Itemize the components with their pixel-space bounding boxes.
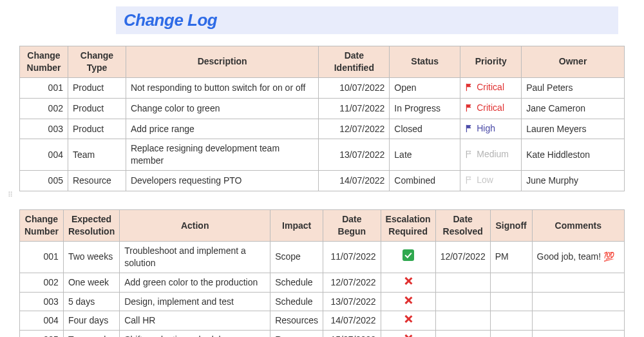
table-row[interactable]: 001Two weeksTroubleshoot and implement a… bbox=[20, 241, 625, 273]
table-row[interactable]: 0035 daysDesign, implement and testSched… bbox=[20, 292, 625, 311]
cell-number[interactable]: 005 bbox=[20, 331, 64, 337]
cell-type[interactable]: Resource bbox=[68, 171, 126, 191]
cell-impact[interactable]: Schedule bbox=[270, 292, 323, 311]
table-row[interactable]: 001ProductNot responding to button switc… bbox=[20, 77, 625, 98]
cell-escalation[interactable] bbox=[381, 311, 435, 331]
cell-type[interactable]: Product bbox=[68, 77, 126, 98]
cell-expected[interactable]: 5 days bbox=[63, 292, 119, 311]
cell-owner[interactable]: Kate Hiddleston bbox=[522, 139, 625, 171]
cell-desc[interactable]: Developers requesting PTO bbox=[126, 171, 318, 191]
th2-signoff: Signoff bbox=[490, 210, 532, 242]
cell-comments[interactable] bbox=[532, 331, 624, 337]
cell-action[interactable]: Shift production schedule bbox=[120, 331, 270, 337]
cell-date[interactable]: 11/07/2022 bbox=[319, 98, 390, 119]
cell-date[interactable]: 13/07/2022 bbox=[319, 139, 390, 171]
table-row[interactable]: 005ResourceDevelopers requesting PTO14/0… bbox=[20, 171, 625, 191]
cell-action[interactable]: Troubleshoot and implement a solution bbox=[120, 241, 270, 273]
cell-number[interactable]: 003 bbox=[20, 292, 64, 311]
cell-impact[interactable]: Schedule bbox=[270, 273, 323, 292]
cell-status[interactable]: Open bbox=[390, 77, 460, 98]
cell-priority[interactable]: Critical bbox=[460, 98, 522, 119]
cell-signoff[interactable]: PM bbox=[490, 241, 532, 273]
cell-status[interactable]: In Progress bbox=[390, 98, 460, 119]
cell-number[interactable]: 004 bbox=[20, 311, 64, 331]
cell-desc[interactable]: Change color to green bbox=[126, 98, 318, 119]
cell-escalation[interactable] bbox=[381, 331, 435, 337]
cell-begun[interactable]: 14/07/2022 bbox=[323, 311, 381, 331]
cell-impact[interactable]: Resources bbox=[270, 311, 323, 331]
cell-number[interactable]: 002 bbox=[20, 273, 64, 292]
cell-desc[interactable]: Add price range bbox=[126, 119, 318, 139]
cell-date[interactable]: 14/07/2022 bbox=[319, 171, 390, 191]
x-icon bbox=[404, 314, 413, 323]
cell-resolved[interactable] bbox=[435, 311, 490, 331]
cell-expected[interactable]: Four days bbox=[63, 311, 119, 331]
cell-expected[interactable]: Two weeks bbox=[63, 241, 119, 273]
cell-comments[interactable] bbox=[532, 311, 624, 331]
cell-begun[interactable]: 11/07/2022 bbox=[323, 241, 381, 273]
cell-desc[interactable]: Replace resigning development team membe… bbox=[126, 139, 318, 171]
cell-owner[interactable]: Paul Peters bbox=[522, 77, 625, 98]
th2-impact: Impact bbox=[270, 210, 323, 242]
cell-signoff[interactable] bbox=[490, 273, 532, 292]
cell-escalation[interactable] bbox=[381, 241, 435, 273]
cell-begun[interactable]: 15/07/2022 bbox=[323, 331, 381, 337]
cell-signoff[interactable] bbox=[490, 331, 532, 337]
th-status: Status bbox=[390, 46, 460, 78]
cell-priority[interactable]: Critical bbox=[460, 77, 522, 98]
flag-icon bbox=[465, 149, 474, 162]
cell-action[interactable]: Add green color to the production bbox=[120, 273, 270, 292]
cell-action[interactable]: Call HR bbox=[120, 311, 270, 331]
cell-impact[interactable]: Scope bbox=[270, 241, 323, 273]
cell-number[interactable]: 005 bbox=[20, 171, 68, 191]
cell-type[interactable]: Product bbox=[68, 98, 126, 119]
cell-expected[interactable]: One week bbox=[63, 273, 119, 292]
cell-signoff[interactable] bbox=[490, 292, 532, 311]
cell-resolved[interactable] bbox=[435, 292, 490, 311]
cell-signoff[interactable] bbox=[490, 311, 532, 331]
cell-comments[interactable] bbox=[532, 292, 624, 311]
cell-owner[interactable]: Lauren Meyers bbox=[522, 119, 625, 139]
drag-handle-icon[interactable]: ⠿ bbox=[8, 191, 14, 199]
cell-status[interactable]: Combined bbox=[390, 171, 460, 191]
cell-resolved[interactable]: 12/07/2022 bbox=[435, 241, 490, 273]
cell-number[interactable]: 001 bbox=[20, 77, 68, 98]
cell-status[interactable]: Closed bbox=[390, 119, 460, 139]
cell-begun[interactable]: 13/07/2022 bbox=[323, 292, 381, 311]
cell-number[interactable]: 002 bbox=[20, 98, 68, 119]
th2-expected: Expected Resolution bbox=[63, 210, 119, 242]
cell-impact[interactable]: Resources bbox=[270, 331, 323, 337]
cell-number[interactable]: 001 bbox=[20, 241, 64, 273]
cell-number[interactable]: 004 bbox=[20, 139, 68, 171]
cell-expected[interactable]: Two weeks bbox=[63, 331, 119, 337]
x-icon bbox=[404, 334, 413, 337]
cell-status[interactable]: Late bbox=[390, 139, 460, 171]
table-row[interactable]: 004Four daysCall HRResources14/07/2022 bbox=[20, 311, 625, 331]
cell-action[interactable]: Design, implement and test bbox=[120, 292, 270, 311]
th-priority: Priority bbox=[460, 46, 522, 78]
cell-priority[interactable]: Low bbox=[460, 171, 522, 191]
cell-priority[interactable]: Medium bbox=[460, 139, 522, 171]
table-row[interactable]: 002ProductChange color to green11/07/202… bbox=[20, 98, 625, 119]
cell-owner[interactable]: June Murphy bbox=[522, 171, 625, 191]
cell-date[interactable]: 12/07/2022 bbox=[319, 119, 390, 139]
table-row[interactable]: 003ProductAdd price range12/07/2022Close… bbox=[20, 119, 625, 139]
cell-owner[interactable]: Jane Cameron bbox=[522, 98, 625, 119]
cell-escalation[interactable] bbox=[381, 273, 435, 292]
cell-type[interactable]: Team bbox=[68, 139, 126, 171]
table-row[interactable]: 005Two weeksShift production scheduleRes… bbox=[20, 331, 625, 337]
table-row[interactable]: 004TeamReplace resigning development tea… bbox=[20, 139, 625, 171]
cell-resolved[interactable] bbox=[435, 331, 490, 337]
cell-escalation[interactable] bbox=[381, 292, 435, 311]
cell-date[interactable]: 10/07/2022 bbox=[319, 77, 390, 98]
cell-resolved[interactable] bbox=[435, 273, 490, 292]
cell-number[interactable]: 003 bbox=[20, 119, 68, 139]
cell-desc[interactable]: Not responding to button switch for on o… bbox=[126, 77, 318, 98]
th-type: Change Type bbox=[68, 46, 126, 78]
cell-begun[interactable]: 12/07/2022 bbox=[323, 273, 381, 292]
cell-comments[interactable]: Good job, team! 💯 bbox=[532, 241, 624, 273]
cell-type[interactable]: Product bbox=[68, 119, 126, 139]
cell-priority[interactable]: High bbox=[460, 119, 522, 139]
cell-comments[interactable] bbox=[532, 273, 624, 292]
table-row[interactable]: 002One weekAdd green color to the produc… bbox=[20, 273, 625, 292]
